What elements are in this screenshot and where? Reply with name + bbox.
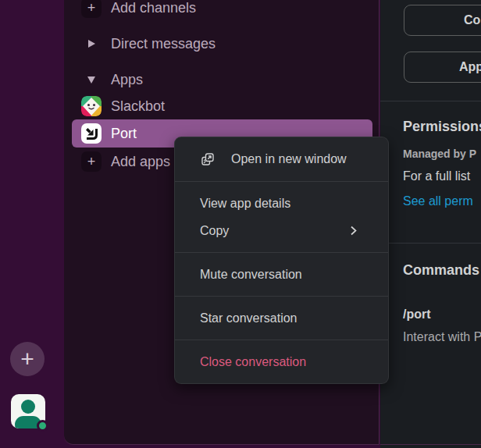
menu-group: Star conversation [175, 296, 388, 340]
menu-group: Open in new window [175, 137, 388, 181]
app-details-button[interactable]: App [404, 52, 481, 83]
add-workspace-button[interactable]: + [10, 342, 45, 376]
menu-group: Close conversation [175, 340, 388, 383]
menu-item-copy[interactable]: Copy [175, 217, 388, 244]
menu-item-mute-conversation[interactable]: Mute conversation [175, 261, 388, 288]
workspace-rail: + [0, 0, 64, 448]
sidebar-item-label: Slackbot [111, 98, 165, 115]
panel-bottom-border [380, 444, 481, 445]
sidebar-item-direct-messages[interactable]: Direct messages [72, 30, 372, 58]
sidebar-item-add-channels[interactable]: + Add channels [72, 0, 372, 22]
plus-icon: + [81, 151, 102, 172]
sidebar-item-label: Port [111, 126, 137, 142]
permissions-managed-by: Managed by P [403, 148, 476, 160]
sidebar-item-slackbot[interactable]: Slackbot [72, 92, 372, 120]
submenu-chevron-icon [351, 226, 357, 236]
port-app-icon [81, 123, 102, 144]
user-avatar[interactable] [11, 394, 45, 428]
slack-app-window: + + Add channels Direct messages [0, 0, 481, 448]
commands-heading: Commands [403, 262, 479, 279]
configuration-button[interactable]: Co [404, 5, 481, 36]
menu-item-star-conversation[interactable]: Star conversation [175, 304, 388, 332]
slackbot-app-icon [81, 96, 102, 116]
menu-group: View app details Copy [175, 181, 388, 252]
see-all-permissions-link[interactable]: See all perm [403, 194, 473, 208]
sidebar-item-label: Apps [111, 72, 143, 88]
sidebar-item-apps[interactable]: Apps [72, 66, 372, 94]
sidebar-item-label: Direct messages [111, 36, 216, 52]
plus-icon: + [81, 0, 102, 18]
section-divider [380, 101, 481, 101]
permissions-heading: Permissions [403, 119, 481, 135]
slash-command-description: Interact with P [403, 330, 481, 344]
plus-icon: + [20, 347, 34, 371]
menu-item-view-app-details[interactable]: View app details [175, 190, 388, 217]
menu-group: Mute conversation [175, 252, 388, 296]
sidebar-item-label: Add apps [111, 154, 170, 170]
app-detail-panel: Co App Permissions Managed by P For a fu… [380, 0, 481, 448]
presence-indicator [37, 420, 48, 432]
menu-item-open-in-new-window[interactable]: Open in new window [175, 142, 388, 176]
section-divider [380, 243, 481, 244]
chevron-right-icon [88, 40, 95, 48]
slash-command: /port [403, 308, 431, 322]
menu-item-close-conversation[interactable]: Close conversation [175, 348, 388, 375]
context-menu: Open in new window View app details Copy… [174, 137, 389, 384]
sidebar-item-label: Add channels [111, 0, 196, 16]
permissions-description: For a full list [403, 169, 470, 183]
new-window-icon [200, 151, 216, 167]
chevron-down-icon [87, 76, 95, 84]
